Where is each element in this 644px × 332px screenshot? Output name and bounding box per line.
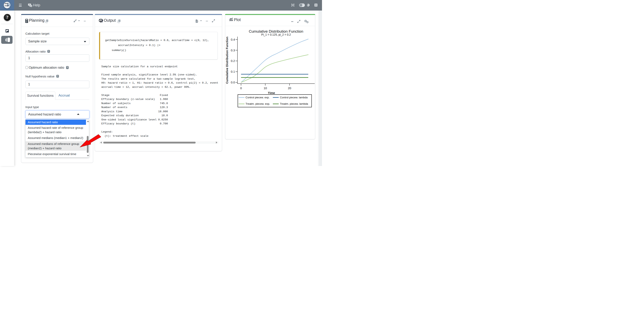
svg-text:R: R <box>100 20 102 23</box>
svg-text:0.3: 0.3 <box>231 48 235 52</box>
svg-text:Cumulative Distribution Functi: Cumulative Distribution Function <box>225 36 229 84</box>
svg-text:Control piecew. lambda: Control piecew. lambda <box>280 96 308 99</box>
svg-text:0.1: 0.1 <box>231 70 235 73</box>
svg-text:20: 20 <box>288 86 291 90</box>
svg-text:0.4: 0.4 <box>231 38 235 41</box>
svg-text:Time: Time <box>268 91 275 94</box>
svg-text:0.0: 0.0 <box>231 80 235 84</box>
svg-text:10: 10 <box>264 86 267 90</box>
svg-text:Treatm. piecew. lambda: Treatm. piecew. lambda <box>280 102 308 105</box>
svg-text:0: 0 <box>240 86 242 90</box>
svg-text:0.2: 0.2 <box>231 59 235 62</box>
svg-text:Control piecew. exp.: Control piecew. exp. <box>246 96 270 99</box>
svg-text:Pi_1 = 0.125, pi_2 = 0.2: Pi_1 = 0.125, pi_2 = 0.2 <box>261 33 291 36</box>
svg-text:Treatm. piecew. exp.: Treatm. piecew. exp. <box>246 102 270 105</box>
